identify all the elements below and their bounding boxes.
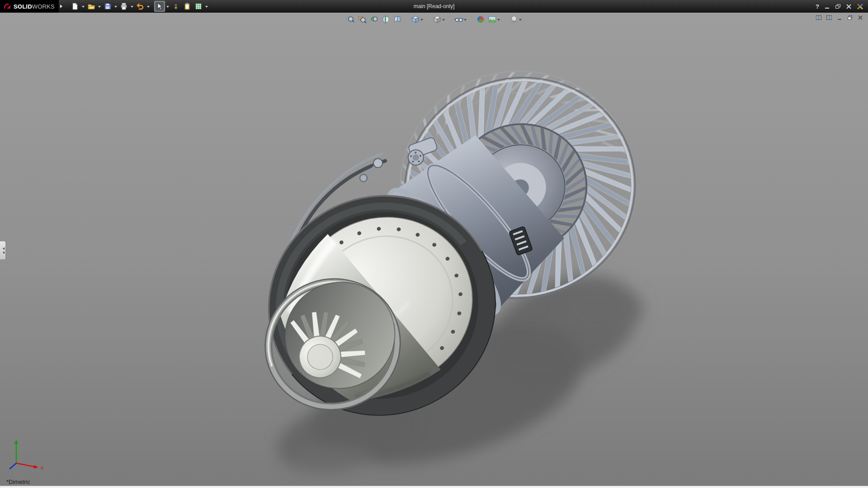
graphics-area[interactable]: x *Dimetric	[0, 13, 868, 486]
edit-appearance-button[interactable]	[475, 14, 486, 25]
document-window-controls	[816, 14, 863, 23]
file-toolbar	[70, 1, 209, 12]
options-caret[interactable]	[205, 6, 208, 9]
close-button[interactable]	[846, 4, 852, 9]
previous-view-icon	[369, 15, 378, 24]
window-title: main [Read-only]	[414, 3, 455, 9]
section-view-icon	[381, 15, 390, 24]
display-style-caret[interactable]	[442, 19, 445, 22]
undo-icon	[136, 2, 144, 10]
close-document-button[interactable]	[857, 14, 863, 23]
section-view-button[interactable]	[380, 14, 391, 25]
solidworks-x-icon	[857, 3, 863, 10]
window-controls: ?	[816, 3, 868, 10]
minimize-icon	[824, 4, 830, 9]
3d-drawing-view-icon	[393, 15, 402, 24]
new-document-caret[interactable]	[82, 6, 85, 9]
view-settings-caret[interactable]	[519, 19, 522, 22]
undo-caret[interactable]	[147, 6, 150, 9]
save-caret[interactable]	[114, 6, 117, 9]
view-settings-icon	[509, 15, 519, 24]
eyeglasses-icon	[454, 15, 463, 24]
jet-engine-model[interactable]	[0, 13, 868, 486]
pane-collapse-left-button[interactable]	[816, 14, 822, 23]
open-document-button[interactable]	[86, 1, 97, 12]
hide-show-items-caret[interactable]	[464, 19, 467, 22]
featuremanager-collapsed-tab[interactable]	[0, 241, 6, 260]
select-tool-caret[interactable]	[166, 6, 169, 9]
rebuild-traffic-light-icon	[172, 2, 180, 10]
minimize-document-icon	[836, 14, 843, 21]
save-button[interactable]	[102, 1, 113, 12]
new-document-button[interactable]	[70, 1, 80, 12]
x-axis-arrow	[33, 465, 38, 469]
restore-icon	[835, 4, 841, 9]
hide-show-items-button[interactable]	[453, 14, 468, 25]
close-document-icon	[857, 14, 863, 21]
pane-right-icon	[826, 14, 832, 21]
undo-button[interactable]	[135, 1, 146, 12]
solidworks-x-logo	[857, 3, 863, 10]
3d-drawing-view-button[interactable]	[392, 14, 403, 25]
zoom-to-area-icon	[358, 15, 367, 24]
dassault-systemes-icon	[3, 3, 11, 10]
view-orientation-cube-icon	[411, 15, 420, 24]
print-button[interactable]	[118, 1, 129, 12]
zoom-to-fit-button[interactable]	[345, 14, 356, 25]
options-grid-icon	[194, 2, 203, 10]
save-icon	[104, 2, 112, 10]
menu-expand-caret[interactable]	[60, 5, 64, 8]
scene-icon	[488, 15, 497, 24]
help-button[interactable]: ?	[816, 3, 819, 10]
headsup-view-toolbar	[345, 14, 523, 25]
titlebar: SOLIDWORKS main [Read-only	[0, 0, 868, 13]
previous-view-button[interactable]	[368, 14, 379, 25]
solidworks-logo[interactable]: SOLIDWORKS	[0, 0, 59, 13]
display-style-button[interactable]	[432, 14, 446, 25]
open-document-caret[interactable]	[98, 6, 101, 9]
apply-scene-caret[interactable]	[497, 19, 500, 22]
z-axis	[9, 463, 16, 469]
select-tool-button[interactable]	[154, 1, 165, 12]
open-folder-icon	[87, 2, 95, 10]
view-orientation-label: *Dimetric	[6, 479, 30, 485]
rebuild-button[interactable]	[170, 1, 181, 12]
options-button[interactable]	[193, 1, 204, 12]
file-properties-icon	[183, 2, 191, 10]
restore-document-icon	[847, 14, 853, 21]
file-properties-button[interactable]	[182, 1, 193, 12]
close-icon	[846, 4, 852, 9]
appearance-ball-icon	[476, 15, 485, 24]
pane-collapse-right-button[interactable]	[826, 14, 832, 23]
status-bar-strip	[0, 486, 868, 488]
view-orientation-caret[interactable]	[420, 19, 423, 22]
y-axis-arrow	[14, 440, 19, 444]
zoom-to-area-button[interactable]	[357, 14, 368, 25]
view-settings-button[interactable]	[509, 14, 523, 25]
apply-scene-button[interactable]	[487, 14, 501, 25]
new-document-icon	[71, 2, 79, 10]
pane-left-icon	[816, 14, 822, 21]
x-axis-label: x	[41, 465, 43, 471]
select-cursor-icon	[156, 2, 164, 10]
print-caret[interactable]	[131, 6, 133, 9]
restore-button[interactable]	[835, 4, 841, 9]
zoom-to-fit-icon	[346, 15, 355, 24]
restore-document-button[interactable]	[847, 14, 853, 23]
orientation-triad: x	[4, 435, 47, 476]
brand-text: SOLIDWORKS	[14, 3, 55, 10]
minimize-button[interactable]	[824, 4, 830, 9]
view-orientation-button[interactable]	[410, 14, 425, 25]
minimize-document-button[interactable]	[836, 14, 843, 23]
print-icon	[120, 2, 128, 10]
display-style-cube-icon	[433, 15, 442, 24]
